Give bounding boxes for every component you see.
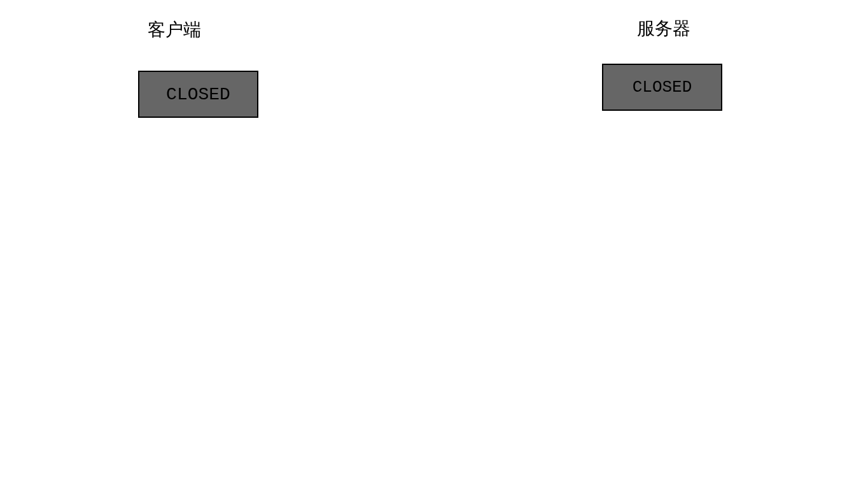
client-state-label: CLOSED [166, 85, 230, 104]
server-title: 服务器 [637, 17, 690, 41]
server-state-label: CLOSED [633, 78, 692, 97]
client-title: 客户端 [148, 18, 201, 42]
client-state-box: CLOSED [138, 71, 258, 118]
server-state-box: CLOSED [602, 64, 722, 111]
